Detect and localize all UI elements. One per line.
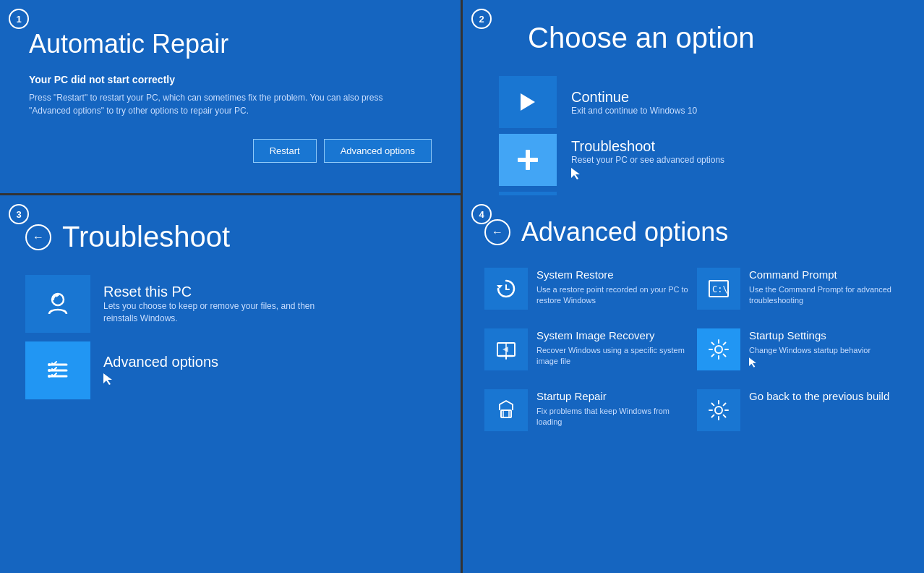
arrow-right-icon <box>515 89 541 115</box>
svg-point-30 <box>715 407 722 414</box>
step-number-1: 1 <box>9 9 29 29</box>
startup-repair-title: Startup Repair <box>536 389 690 404</box>
system-image-icon <box>494 337 518 362</box>
panel1-button-row: Restart Advanced options <box>29 139 432 163</box>
tile-system-restore[interactable]: System Restore Use a restore point recor… <box>484 262 690 315</box>
system-image-title: System Image Recovery <box>536 328 690 343</box>
command-prompt-title: Command Prompt <box>749 268 902 282</box>
command-prompt-icon-box: C:\ <box>697 268 740 310</box>
reset-pc-title: Reset this PC <box>103 284 320 300</box>
panel1-subtitle: Your PC did not start correctly <box>29 74 432 85</box>
panel-troubleshoot: 3 ← Troubleshoot Reset this PC Lets you … <box>0 195 463 573</box>
cursor-icon-4 <box>749 357 756 368</box>
continue-title: Continue <box>571 89 697 106</box>
panel2-title: Choose an option <box>528 22 888 54</box>
svg-rect-3 <box>518 158 528 162</box>
system-image-icon-box <box>484 328 528 370</box>
svg-point-9 <box>48 363 51 366</box>
previous-build-title: Go back to the previous build <box>749 389 889 404</box>
restart-button[interactable]: Restart <box>253 139 317 163</box>
option-troubleshoot[interactable]: Troubleshoot Reset your PC or see advanc… <box>499 134 888 186</box>
step-number-3: 3 <box>9 204 29 224</box>
tile-startup-settings[interactable]: Startup Settings Change Windows startup … <box>697 323 902 376</box>
panel1-title: Automatic Repair <box>29 29 432 59</box>
svg-marker-0 <box>521 93 535 111</box>
system-restore-icon-box <box>484 268 528 310</box>
startup-repair-desc: Fix problems that keep Windows from load… <box>536 406 690 428</box>
advanced-options-button-1[interactable]: Advanced options <box>324 139 432 163</box>
previous-build-icon <box>706 398 731 423</box>
system-image-desc: Recover Windows using a specific system … <box>536 345 690 368</box>
option-continue[interactable]: Continue Exit and continue to Windows 10 <box>499 76 888 128</box>
troubleshoot-icon-box <box>499 134 557 186</box>
continue-icon-box <box>499 76 557 128</box>
startup-repair-icon-box <box>484 389 528 431</box>
svg-marker-5 <box>571 168 580 179</box>
svg-rect-4 <box>528 158 538 162</box>
startup-settings-title: Startup Settings <box>749 328 870 343</box>
back-button-4[interactable]: ← <box>484 219 510 245</box>
startup-settings-icon <box>706 337 731 362</box>
step-number-2: 2 <box>471 9 492 29</box>
continue-desc: Exit and continue to Windows 10 <box>571 106 697 116</box>
cursor-icon <box>571 168 580 179</box>
back-button-3[interactable]: ← <box>25 224 51 250</box>
advanced-options-grid: System Restore Use a restore point recor… <box>484 262 902 437</box>
cursor-icon-3 <box>103 373 112 385</box>
svg-marker-14 <box>103 373 112 385</box>
svg-marker-22 <box>502 347 508 352</box>
svg-point-13 <box>48 375 51 378</box>
tile-previous-build[interactable]: Go back to the previous build <box>697 383 902 437</box>
svg-point-25 <box>715 346 722 353</box>
startup-settings-desc: Change Windows startup behavior <box>749 345 870 356</box>
startup-repair-icon <box>494 398 518 423</box>
panel1-description: Press "Restart" to restart your PC, whic… <box>29 91 405 117</box>
troubleshoot-title: Troubleshoot <box>571 138 724 155</box>
panel3-title: Troubleshoot <box>62 221 230 253</box>
reset-pc-icon <box>40 286 75 321</box>
advanced-options-title-3: Advanced options <box>103 354 218 370</box>
previous-build-icon-box <box>697 389 740 431</box>
tile-reset-pc[interactable]: Reset this PC Lets you choose to keep or… <box>25 275 435 333</box>
checklist-icon <box>42 355 74 386</box>
tile-advanced-options[interactable]: Advanced options <box>25 341 435 399</box>
reset-pc-desc: Lets you choose to keep or remove your f… <box>103 300 320 325</box>
panel-automatic-repair: 1 Automatic Repair Your PC did not start… <box>0 0 463 195</box>
command-prompt-desc: Use the Command Prompt for advanced trou… <box>749 284 902 307</box>
cmd-icon: C:\ <box>706 276 731 301</box>
tile-startup-repair[interactable]: Startup Repair Fix problems that keep Wi… <box>484 383 690 437</box>
system-restore-icon <box>494 276 518 301</box>
panel-advanced-options: 4 ← Advanced options System Restore Use … <box>463 195 924 573</box>
svg-rect-27 <box>501 410 511 417</box>
tile-command-prompt[interactable]: C:\ Command Prompt Use the Command Promp… <box>697 262 902 315</box>
tile-system-image-recovery[interactable]: System Image Recovery Recover Windows us… <box>484 323 690 376</box>
svg-text:C:\: C:\ <box>712 284 728 294</box>
system-restore-title: System Restore <box>536 268 690 282</box>
svg-marker-26 <box>749 357 756 367</box>
troubleshoot-desc: Reset your PC or see advanced options <box>571 155 724 165</box>
step-number-4: 4 <box>471 204 492 224</box>
system-restore-desc: Use a restore point recorded on your PC … <box>536 284 690 307</box>
reset-icon-box <box>25 275 90 333</box>
tools-icon <box>515 147 541 173</box>
panel4-title: Advanced options <box>521 217 728 247</box>
startup-settings-icon-box <box>697 328 740 370</box>
svg-point-11 <box>48 369 51 372</box>
advanced-options-icon-box <box>25 341 90 399</box>
